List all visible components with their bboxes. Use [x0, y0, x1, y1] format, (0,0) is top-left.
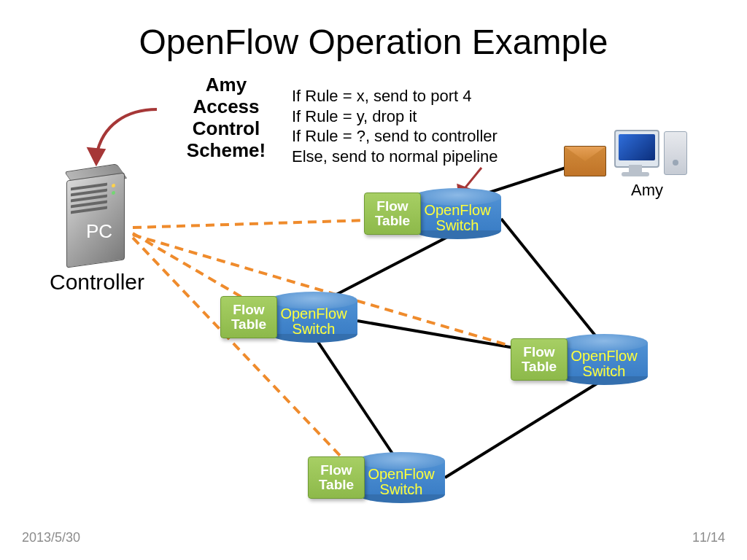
openflow-switch: OpenFlowSwitch [414, 188, 501, 239]
svg-line-9 [133, 238, 357, 474]
controller-box-label: PC [86, 220, 112, 243]
monitor-base [622, 172, 649, 176]
pc-tower-icon [664, 131, 687, 175]
svg-line-4 [314, 335, 401, 467]
monitor-icon [614, 130, 659, 168]
openflow-switch: OpenFlowSwitch [357, 452, 445, 503]
monitor-stand [629, 165, 642, 172]
svg-line-2 [501, 219, 604, 346]
envelope-icon [564, 146, 606, 176]
svg-marker-10 [89, 149, 104, 163]
footer-page: 11/14 [692, 530, 725, 545]
switch-label: OpenFlowSwitch [357, 467, 445, 497]
switch-label: OpenFlowSwitch [414, 203, 501, 233]
flow-table: FlowTable [364, 192, 421, 235]
openflow-switch: OpenFlowSwitch [270, 292, 357, 343]
footer-date: 2013/5/30 [22, 530, 80, 545]
server-icon [62, 162, 133, 268]
controller-caption: Controller [50, 270, 144, 295]
svg-line-5 [445, 379, 604, 478]
flow-table: FlowTable [220, 296, 277, 338]
rules-text: If Rule = x, send to port 4If Rule = y, … [292, 86, 498, 166]
switch-label: OpenFlowSwitch [560, 349, 648, 379]
flow-table: FlowTable [308, 456, 365, 499]
flow-table: FlowTable [511, 338, 568, 381]
openflow-switch: OpenFlowSwitch [560, 334, 648, 385]
slide-title: OpenFlow Operation Example [0, 22, 747, 62]
switch-label: OpenFlowSwitch [270, 306, 357, 337]
client-name: Amy [631, 181, 663, 200]
callout-amy-scheme: AmyAccessControlScheme! [153, 74, 299, 162]
